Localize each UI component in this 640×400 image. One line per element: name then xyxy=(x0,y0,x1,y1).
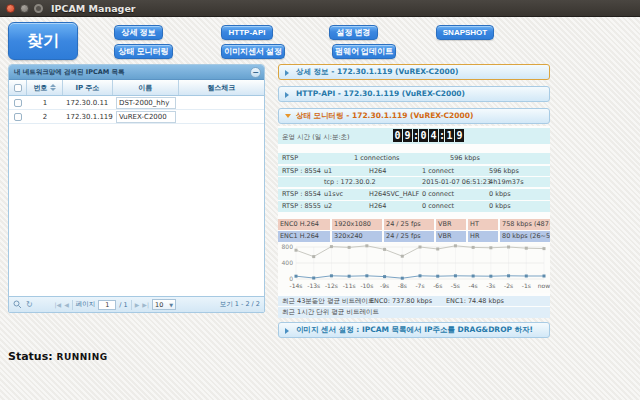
svg-text:-9s: -9s xyxy=(380,282,389,289)
avg-hour-row: 최근 1시간 단위 평균 비트레이트 xyxy=(278,307,550,318)
pager-next-icon[interactable]: ▶ xyxy=(135,301,140,308)
accordion-http-api[interactable]: HTTP-API - 172.30.1.119 (VuREX-C2000) xyxy=(278,86,550,102)
chevron-down-icon: ▼ xyxy=(169,302,173,308)
svg-text:800: 800 xyxy=(282,243,294,250)
table-row[interactable]: 2 172.30.1.119 VuREX-C2000 xyxy=(9,110,264,124)
enc1-row: ENC1 H.264 320x240 24 / 25 fps VBR HR 80… xyxy=(278,231,550,242)
cell-ip: 172.30.1.119 xyxy=(63,110,113,123)
rtsp-row: tcp : 172.30.0.2 2015-01-07 06:51:23 4h1… xyxy=(278,177,550,188)
http-api-button[interactable]: HTTP-API xyxy=(221,25,273,40)
pager-first-icon[interactable]: |◀ xyxy=(55,301,62,308)
pager-view-label: 보기 1 - 2 / 2 xyxy=(220,300,260,309)
svg-text:-4s: -4s xyxy=(469,282,478,289)
cell-name: VuREX-C2000 xyxy=(116,111,176,123)
cell-health xyxy=(179,110,264,123)
svg-text:-1s: -1s xyxy=(522,282,531,289)
grid-pager: ↻ |◀ ◀ 페이지 1 / 1 ▶ ▶| 10 ▼ 보기 1 - 2 / 2 xyxy=(9,296,264,312)
svg-text:-13s: -13s xyxy=(307,282,320,289)
svg-text:-12s: -12s xyxy=(325,282,338,289)
chevron-right-icon xyxy=(285,92,289,98)
refresh-icon[interactable]: ↻ xyxy=(26,300,33,309)
snapshot-button[interactable]: SNAPSHOT xyxy=(436,25,494,40)
ipcam-list-panel: 내 네트워크망에 검색된 IPCAM 목록 − 번호 IP 주소 이름 헬스체크… xyxy=(8,64,265,313)
uptime-clock: 09:04:19 xyxy=(393,129,464,142)
row-checkbox[interactable] xyxy=(14,99,22,107)
avg-bitrate-row: 최근 43분동안 평균 비트레이트 ENC0: 737.80 kbps ENC1… xyxy=(278,296,550,307)
window-close-icon[interactable] xyxy=(6,4,15,13)
page-size-select[interactable]: 10 ▼ xyxy=(152,299,176,310)
svg-text:now: now xyxy=(538,282,550,289)
titlebar: IPCAM Manager xyxy=(0,0,640,17)
cell-no: 2 xyxy=(27,110,63,123)
status-monitoring-panel: 운영 시간 (일 시:분:초) 09:04:19 RTSP 1 connecti… xyxy=(278,126,550,318)
cell-ip: 172.30.0.11 xyxy=(63,96,113,109)
rtsp-row: RTSP : 8555 u2 H264 0 connect 0 kbps xyxy=(278,201,550,212)
column-header-ip[interactable]: IP 주소 xyxy=(63,80,113,95)
svg-text:0: 0 xyxy=(289,275,293,282)
svg-text:-8s: -8s xyxy=(398,282,407,289)
search-icon[interactable] xyxy=(13,300,22,309)
accordion-detail-info[interactable]: 상세 정보 - 172.30.1.119 (VuREX-C2000) xyxy=(278,64,550,80)
row-checkbox[interactable] xyxy=(14,113,22,121)
rtsp-summary-row: RTSP 1 connections 596 kbps xyxy=(278,153,550,164)
ipcam-list-title: 내 네트워크망에 검색된 IPCAM 목록 xyxy=(14,68,125,76)
bitrate-chart: -14s-13s-12s-11s-10s-9s-8s-7s-6s-5s-4s-3… xyxy=(278,243,550,293)
page-number-input[interactable]: 1 xyxy=(98,300,116,310)
table-row[interactable]: 1 172.30.0.11 DST-2000_hhy xyxy=(9,96,264,110)
uptime-label: 운영 시간 (일 시:분:초) xyxy=(282,133,350,142)
select-all-cell[interactable] xyxy=(9,80,27,95)
collapse-icon[interactable]: − xyxy=(250,67,261,78)
accordion-status-monitoring[interactable]: 상태 모니터링 - 172.30.1.119 (VuREX-C2000) xyxy=(278,108,550,124)
chevron-down-icon xyxy=(285,114,291,118)
uptime-row: 운영 시간 (일 시:분:초) 09:04:19 xyxy=(278,128,550,144)
svg-text:-2s: -2s xyxy=(504,282,513,289)
firmware-update-button[interactable]: 펌웨어 업데이트 xyxy=(332,44,396,59)
pager-page-label: 페이지 xyxy=(76,300,96,309)
rtsp-row: RTSP : 8554 u1svc H264SVC_HALF 0 connect… xyxy=(278,189,550,200)
svg-text:-14s: -14s xyxy=(290,282,303,289)
svg-text:-3s: -3s xyxy=(486,282,495,289)
svg-text:-7s: -7s xyxy=(415,282,424,289)
find-button[interactable]: 찾기 xyxy=(8,22,78,60)
window-title: IPCAM Manager xyxy=(51,3,136,14)
cell-name: DST-2000_hhy xyxy=(116,97,176,109)
svg-text:-10s: -10s xyxy=(360,282,373,289)
rtsp-row: RTSP : 8554 u1 H264 1 connect 596 kbps xyxy=(278,166,550,177)
status-monitoring-button[interactable]: 상태 모니터링 xyxy=(114,44,173,59)
ipcam-list-header: 번호 IP 주소 이름 헬스체크 xyxy=(9,80,264,96)
accordion-image-sensor[interactable]: 이미지 센서 설정 : IPCAM 목록에서 IP주소를 DRAG&DROP 하… xyxy=(278,322,550,338)
window-maximize-icon[interactable] xyxy=(34,4,43,13)
column-header-name[interactable]: 이름 xyxy=(113,80,179,95)
pager-page-total: / 1 xyxy=(119,301,127,309)
column-header-health[interactable]: 헬스체크 xyxy=(179,80,264,95)
pager-last-icon[interactable]: ▶| xyxy=(142,301,149,308)
status-text: Status: RUNNING xyxy=(8,350,108,363)
detail-info-button[interactable]: 상세 정보 xyxy=(114,25,163,40)
image-sensor-settings-button[interactable]: 이미지센서 설정 xyxy=(221,44,285,59)
status-value: RUNNING xyxy=(56,352,107,362)
chevron-right-icon xyxy=(285,70,289,76)
column-header-no[interactable]: 번호 xyxy=(27,80,63,95)
svg-text:400: 400 xyxy=(282,259,294,266)
sort-icon[interactable] xyxy=(50,84,56,91)
select-all-checkbox[interactable] xyxy=(14,84,22,92)
svg-text:-6s: -6s xyxy=(433,282,442,289)
enc0-row: ENC0 H.264 1920x1080 24 / 25 fps VBR HT … xyxy=(278,219,550,230)
svg-text:-5s: -5s xyxy=(451,282,460,289)
svg-text:-11s: -11s xyxy=(343,282,356,289)
chevron-right-icon xyxy=(285,328,289,334)
cell-no: 1 xyxy=(27,96,63,109)
cell-health xyxy=(179,96,264,109)
change-settings-button[interactable]: 설정 변경 xyxy=(329,25,378,40)
pager-prev-icon[interactable]: ◀ xyxy=(64,301,69,308)
ipcam-list-caption: 내 네트워크망에 검색된 IPCAM 목록 − xyxy=(9,65,264,80)
window-minimize-icon[interactable] xyxy=(20,4,29,13)
